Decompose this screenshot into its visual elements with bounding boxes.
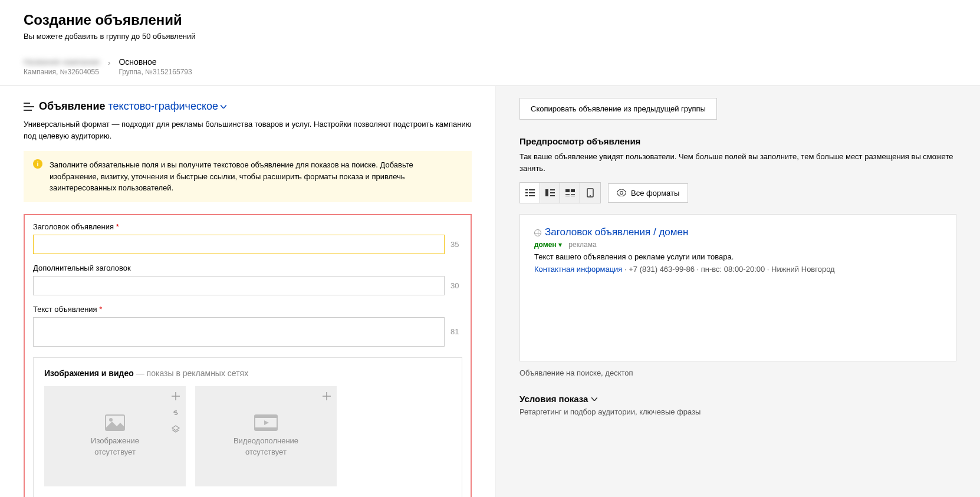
ad-type-dropdown[interactable]: текстово-графическое [108,100,227,113]
svg-point-10 [620,192,623,195]
add-icon[interactable] [170,391,181,401]
video-placeholder-label: Видеодополнениеотсутствует [234,436,298,457]
preview-city: Нижний Новгород [771,265,835,274]
view-tab-list[interactable] [520,183,540,203]
svg-point-9 [590,195,591,196]
image-placeholder-icon [105,414,125,431]
video-upload-card[interactable]: Видеодополнениеотсутствует [195,386,337,486]
media-heading: Изображения и видео — показы в рекламных… [44,368,451,378]
text-counter: 81 [450,327,462,336]
chevron-down-icon [591,397,597,401]
info-banner: i Заполните обязательные поля и вы получ… [24,151,472,202]
title-counter: 35 [450,240,462,249]
breadcrumb-group-name[interactable]: Основное [119,57,192,67]
eye-icon [617,189,626,196]
breadcrumb: Название кампании Кампания, №32604055 › … [0,50,980,86]
subtitle-counter: 30 [450,281,462,290]
page-subtitle: Вы можете добавить в группу до 50 объявл… [24,32,956,41]
chevron-down-icon [221,105,226,108]
ad-title-input[interactable] [33,235,445,254]
add-icon[interactable] [321,391,332,401]
breadcrumb-campaign-name[interactable]: Название кампании [24,57,100,67]
video-placeholder-icon [254,414,278,431]
format-description: Универсальный формат — подходит для рекл… [24,119,472,141]
svg-rect-7 [571,189,575,192]
ad-heading: Объявление текстово-графическое [39,100,226,113]
globe-icon [534,229,541,236]
all-formats-button[interactable]: Все форматы [608,183,688,203]
svg-rect-6 [565,189,570,192]
breadcrumb-campaign-meta: Кампания, №32604055 [24,68,100,76]
preview-contact-link[interactable]: Контактная информация [534,265,622,274]
conditions-toggle[interactable]: Условия показа [519,394,956,404]
text-label: Текст объявления * [33,305,462,314]
media-section: Изображения и видео — показы в рекламных… [33,357,462,498]
svg-rect-5 [545,189,548,196]
title-label: Заголовок объявления * [33,222,462,231]
breadcrumb-group-meta: Группа, №3152165793 [119,68,192,76]
view-tabs [519,182,601,203]
page-title: Создание объявлений [24,12,956,28]
view-tab-grid[interactable] [560,183,580,203]
svg-rect-3 [255,415,277,418]
preview-caption: Объявление на поиске, десктоп [519,368,956,377]
svg-point-1 [109,418,113,422]
chevron-right-icon: › [108,58,110,67]
list-icon[interactable] [24,103,34,111]
copy-ad-button[interactable]: Скопировать объявление из предыдущей гру… [519,98,717,120]
layers-icon[interactable] [170,424,181,435]
ad-text-input[interactable] [33,317,445,347]
image-upload-card[interactable]: Изображениеотсутствует [44,386,186,486]
preview-ad-text: Текст вашего объявления о рекламе услуги… [534,252,942,261]
preview-description: Так ваше объявление увидят пользователи.… [519,151,956,174]
preview-phone: +7 (831) 463-99-86 [629,265,695,274]
required-fields-box: Заголовок объявления * 35 Дополнительный… [24,214,472,498]
conditions-subtitle: Ретаргетинг и подбор аудитории, ключевые… [519,407,956,416]
preview-hours: пн-вс: 08:00-20:00 [701,265,765,274]
preview-ad-badge: реклама [568,241,596,249]
view-tab-mobile[interactable] [580,183,600,203]
ad-subtitle-input[interactable] [33,276,445,295]
view-tab-thumb[interactable] [540,183,560,203]
svg-rect-4 [255,427,277,430]
preview-title: Предпросмотр объявления [519,136,956,146]
preview-card: Заголовок объявления / домен домен ▾ рек… [519,214,956,361]
preview-domain: домен [534,241,557,249]
preview-ad-title: Заголовок объявления / домен [534,226,942,238]
image-placeholder-label: Изображениеотсутствует [91,436,139,457]
link-icon[interactable] [170,407,181,418]
info-icon: i [33,159,42,169]
subtitle-label: Дополнительный заголовок [33,264,462,272]
